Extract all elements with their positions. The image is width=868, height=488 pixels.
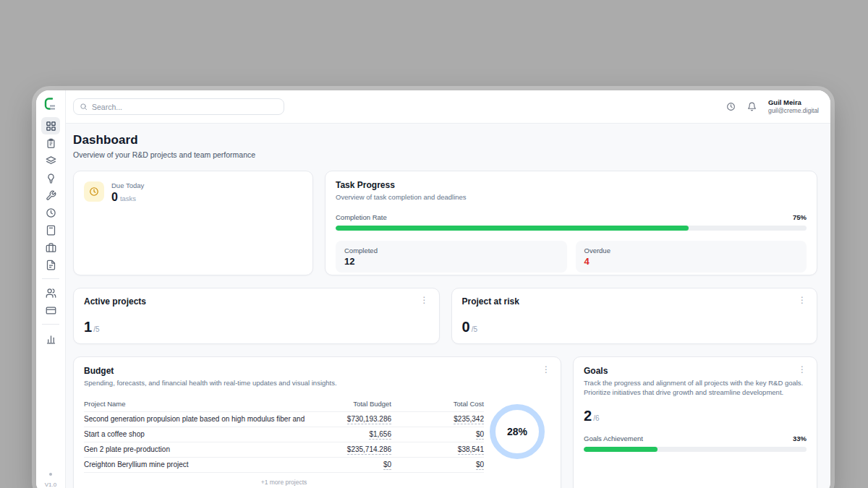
- sidebar-item-tools[interactable]: [41, 187, 60, 204]
- user-menu[interactable]: Guil Meira guil@creme.digital: [768, 98, 819, 115]
- total-cost-value[interactable]: $0: [476, 430, 484, 440]
- goals-total: /6: [593, 414, 599, 422]
- project-at-risk-card: Project at risk ⋮ 0 /5: [451, 288, 818, 344]
- calculator-icon: [46, 225, 56, 236]
- budget-card: Budget ⋮ Spending, forecasts, and financ…: [73, 356, 561, 488]
- recent-activity-clock-icon[interactable]: [726, 102, 736, 111]
- sidebar-item-portfolio[interactable]: [41, 239, 60, 256]
- project-name: Second generation propulsion plate based…: [84, 415, 305, 423]
- total-cost-value[interactable]: $0: [476, 461, 484, 470]
- project-at-risk-value: 0: [462, 319, 470, 335]
- user-email: guil@creme.digital: [768, 107, 819, 115]
- sidebar-item-budget[interactable]: [41, 221, 60, 239]
- goals-kebab-menu-icon[interactable]: ⋮: [798, 366, 807, 373]
- goals-value: 2: [584, 408, 592, 424]
- more-projects-link[interactable]: +1 more projects: [84, 479, 484, 486]
- sidebar-item-ideas[interactable]: [41, 169, 60, 187]
- layers-icon: [46, 155, 56, 166]
- total-cost-value[interactable]: $38,541: [458, 445, 484, 455]
- budget-table-header: Project Name Total Budget Total Cost: [84, 397, 484, 412]
- table-row[interactable]: Creighton Beryllium mine project $0 $0: [84, 458, 484, 473]
- sidebar-item-billing[interactable]: [41, 301, 60, 319]
- search-input[interactable]: [92, 103, 278, 111]
- clipboard-icon: [46, 138, 56, 149]
- sidebar-item-time[interactable]: [41, 204, 60, 221]
- budget-table: Project Name Total Budget Total Cost Sec…: [84, 397, 484, 486]
- goals-achievement-label: Goals Achievement: [584, 435, 643, 442]
- budget-title: Budget: [84, 366, 114, 376]
- due-today-value: 0: [111, 191, 118, 203]
- project-name: Start a coffee shop: [84, 430, 305, 438]
- file-icon: [46, 260, 56, 270]
- budget-subtitle: Spending, forecasts, and financial healt…: [84, 379, 550, 388]
- budget-donut-chart: 28%: [490, 404, 545, 459]
- total-budget-value[interactable]: $730,193.286: [347, 415, 391, 424]
- active-projects-total: /5: [93, 325, 99, 333]
- sidebar-item-dashboard[interactable]: [41, 117, 60, 134]
- active-projects-card: Active projects ⋮ 1 /5: [73, 288, 440, 344]
- goals-achievement-progressbar: [584, 447, 807, 452]
- sidebar: V1.0: [36, 90, 66, 488]
- active-projects-title: Active projects: [84, 296, 146, 307]
- wrench-icon: [46, 190, 56, 201]
- search-box[interactable]: [73, 98, 284, 115]
- overdue-stat-box: Overdue 4: [576, 241, 807, 273]
- overdue-label: Overdue: [584, 247, 799, 254]
- project-name: Creighton Beryllium mine project: [84, 461, 305, 468]
- budget-kebab-menu-icon[interactable]: ⋮: [542, 366, 550, 373]
- goals-subtitle: Track the progress and alignment of all …: [584, 379, 807, 398]
- total-budget-value[interactable]: $235,714.286: [347, 445, 391, 455]
- goals-card: Goals ⋮ Track the progress and alignment…: [573, 356, 817, 488]
- sidebar-item-team[interactable]: [41, 284, 60, 301]
- user-name: Guil Meira: [768, 98, 819, 107]
- overdue-value: 4: [584, 256, 799, 267]
- topbar: Guil Meira guil@creme.digital: [66, 90, 830, 124]
- app-version: V1.0: [45, 481, 56, 488]
- lightbulb-icon: [46, 173, 56, 184]
- total-budget-value[interactable]: $0: [383, 461, 391, 470]
- completion-rate-progress-fill: [336, 226, 689, 231]
- project-name: Gen 2 plate pre-production: [84, 445, 305, 453]
- task-progress-card: Task Progress Overview of task completio…: [325, 171, 817, 275]
- project-at-risk-kebab-menu-icon[interactable]: ⋮: [798, 296, 807, 304]
- goals-achievement-value: 33%: [793, 435, 807, 442]
- dashboard-content: Dashboard Overview of your R&D projects …: [66, 124, 830, 488]
- column-header-total-cost: Total Cost: [391, 400, 484, 408]
- sidebar-divider: [42, 324, 59, 325]
- total-cost-value[interactable]: $235,342: [454, 415, 484, 424]
- main-area: Guil Meira guil@creme.digital Dashboard …: [66, 90, 830, 488]
- column-header-total-budget: Total Budget: [305, 400, 391, 408]
- notifications-bell-icon[interactable]: [747, 102, 757, 111]
- clock-icon: [46, 207, 56, 218]
- table-row[interactable]: Start a coffee shop $1,656 $0: [84, 427, 484, 442]
- app-window: V1.0 Guil Meira guil@creme.digital: [36, 90, 830, 488]
- project-at-risk-total: /5: [472, 325, 477, 333]
- status-dot: [49, 473, 52, 476]
- app-logo-icon: [43, 97, 58, 111]
- active-projects-kebab-menu-icon[interactable]: ⋮: [420, 296, 429, 304]
- bar-chart-icon: [46, 333, 56, 344]
- search-icon: [80, 103, 88, 111]
- goals-title: Goals: [584, 366, 608, 376]
- table-row[interactable]: Gen 2 plate pre-production $235,714.286 …: [84, 442, 484, 458]
- sidebar-item-documents[interactable]: [41, 256, 60, 273]
- completed-stat-box: Completed 12: [336, 241, 567, 273]
- project-at-risk-title: Project at risk: [462, 296, 519, 307]
- sidebar-item-analytics[interactable]: [41, 330, 60, 347]
- briefcase-icon: [46, 242, 56, 253]
- due-today-clock-icon: [84, 181, 104, 202]
- table-row[interactable]: Second generation propulsion plate based…: [84, 412, 484, 427]
- due-today-label: Due Today: [111, 181, 144, 189]
- sidebar-item-tasks[interactable]: [41, 134, 60, 152]
- credit-card-icon: [46, 305, 56, 316]
- page-subtitle: Overview of your R&D projects and team p…: [73, 150, 817, 159]
- budget-donut-percentage: 28%: [507, 426, 527, 437]
- column-header-project-name: Project Name: [84, 400, 305, 408]
- page-header: Dashboard Overview of your R&D projects …: [73, 133, 817, 159]
- grid-icon: [46, 121, 56, 132]
- task-progress-subtitle: Overview of task completion and deadline…: [336, 193, 807, 202]
- sidebar-item-projects[interactable]: [41, 152, 60, 169]
- completion-rate-value: 75%: [793, 213, 807, 221]
- total-budget-value[interactable]: $1,656: [369, 430, 391, 440]
- users-icon: [46, 288, 56, 299]
